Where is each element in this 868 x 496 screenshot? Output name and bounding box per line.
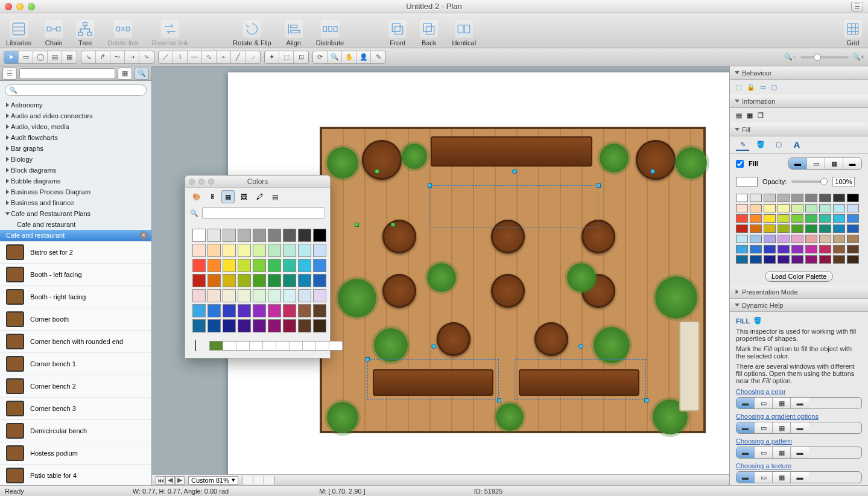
color-swatch[interactable] — [313, 244, 326, 257]
lib-category[interactable]: Audio, video, media — [0, 121, 151, 132]
behaviour-icon-4[interactable]: ▢ — [771, 83, 777, 91]
rotate-handle[interactable] — [512, 169, 517, 174]
colors-tab-sliders[interactable]: 🎚 — [206, 190, 219, 203]
page-next[interactable]: ▶ — [175, 476, 185, 485]
palette-swatch[interactable] — [805, 255, 817, 264]
palette-swatch[interactable] — [791, 235, 803, 243]
color-swatch[interactable] — [283, 229, 296, 242]
color-swatch[interactable] — [313, 274, 326, 287]
palette-swatch[interactable] — [764, 214, 776, 223]
rotate-handle[interactable] — [375, 169, 379, 174]
palette-swatch[interactable] — [819, 204, 831, 212]
table-round[interactable] — [382, 220, 416, 253]
palette-swatch[interactable] — [833, 214, 845, 223]
library-shape[interactable]: Demicircular bench — [0, 420, 151, 442]
rotate-handle[interactable] — [578, 344, 583, 349]
section-presentation[interactable]: Presentation Mode — [730, 285, 868, 299]
palette-swatch[interactable] — [819, 245, 831, 253]
palette-swatch[interactable] — [819, 224, 831, 233]
colors-tab-image[interactable]: 🖼 — [237, 190, 250, 203]
palette-swatch[interactable] — [750, 224, 762, 233]
color-swatch[interactable] — [207, 229, 221, 242]
palette-swatch[interactable] — [736, 214, 748, 223]
palette-swatch[interactable] — [764, 224, 776, 233]
zoom-slider[interactable] — [800, 56, 849, 59]
color-swatch[interactable] — [268, 259, 281, 272]
color-swatch[interactable] — [268, 304, 281, 317]
recent-swatch[interactable] — [210, 342, 223, 350]
section-dynamic-help[interactable]: Dynamic Help — [730, 299, 868, 312]
palette-swatch[interactable] — [819, 235, 831, 243]
tool-conn-1[interactable]: ↘ — [81, 51, 96, 63]
toolbar-tree[interactable]: Tree — [76, 20, 94, 46]
table-round[interactable] — [534, 322, 568, 356]
color-swatch[interactable] — [298, 304, 311, 317]
recent-swatch[interactable] — [303, 342, 316, 350]
palette-swatch[interactable] — [791, 204, 803, 212]
palette-swatch[interactable] — [805, 194, 817, 202]
recent-swatch[interactable] — [290, 342, 303, 350]
close-icon[interactable]: × — [139, 231, 148, 240]
tool-line-7[interactable]: ⟋ — [246, 51, 260, 63]
palette-swatch[interactable] — [847, 245, 859, 253]
tool-user[interactable]: 👤 — [356, 51, 371, 63]
palette-swatch[interactable] — [778, 255, 790, 264]
palette-swatch[interactable] — [833, 194, 845, 202]
palette-swatch[interactable] — [778, 204, 790, 212]
resize-handle[interactable] — [391, 223, 395, 227]
tool-text[interactable]: ▤ — [48, 51, 62, 63]
fill-tab-text[interactable]: A — [790, 139, 803, 151]
color-swatch[interactable] — [223, 274, 236, 287]
help-pill-seg[interactable]: ▬ — [791, 447, 809, 458]
color-swatch[interactable] — [253, 244, 266, 257]
palette-swatch[interactable] — [833, 204, 845, 212]
palette-swatch[interactable] — [778, 245, 790, 253]
tool-edit-1[interactable]: ✦ — [265, 51, 279, 63]
library-shape[interactable]: Corner booth — [0, 308, 151, 331]
tool-edit-2[interactable]: ⬚ — [279, 51, 294, 63]
color-swatch[interactable] — [207, 259, 221, 272]
resize-handle[interactable] — [355, 223, 359, 227]
section-behaviour[interactable]: Behaviour — [730, 66, 868, 80]
fill-checkbox[interactable] — [736, 160, 744, 168]
toolbar-rotate-flip[interactable]: Rotate & Flip — [233, 20, 271, 46]
palette-swatch[interactable] — [778, 214, 790, 223]
tool-line-5[interactable]: ⌁ — [217, 51, 231, 63]
lib-category[interactable]: Audit flowcharts — [0, 132, 151, 143]
color-swatch[interactable] — [207, 319, 221, 332]
library-shape[interactable]: Bistro set for 2 — [0, 241, 151, 264]
tool-edit-3[interactable]: ⊡ — [294, 51, 308, 63]
color-swatch[interactable] — [298, 319, 311, 332]
palette-swatch[interactable] — [833, 255, 845, 264]
palette-swatch[interactable] — [833, 235, 845, 243]
color-swatch[interactable] — [283, 259, 296, 272]
recent-swatch[interactable] — [250, 342, 263, 350]
help-pill-seg[interactable]: ▬ — [737, 472, 755, 483]
recent-swatch[interactable] — [263, 342, 276, 350]
palette-swatch[interactable] — [791, 255, 803, 264]
info-icon-3[interactable]: ❐ — [758, 112, 764, 119]
palette-swatch[interactable] — [805, 245, 817, 253]
color-swatch[interactable] — [223, 304, 236, 317]
palette-swatch[interactable] — [805, 214, 817, 223]
resize-handle[interactable] — [366, 357, 370, 361]
color-swatch[interactable] — [268, 289, 281, 302]
palette-swatch[interactable] — [750, 214, 762, 223]
fill-tab-shadow[interactable]: ▢ — [772, 139, 785, 151]
color-swatch[interactable] — [298, 289, 311, 302]
color-swatch[interactable] — [253, 319, 266, 332]
color-swatch[interactable] — [192, 304, 206, 317]
color-swatch[interactable] — [207, 289, 221, 302]
help-pill-seg[interactable]: ▦ — [773, 398, 791, 409]
toolbar-grid[interactable]: Grid — [844, 20, 862, 46]
color-swatch[interactable] — [192, 259, 206, 272]
color-swatch[interactable] — [238, 244, 251, 257]
palette-swatch[interactable] — [847, 194, 859, 202]
help-pill-seg[interactable]: ▬ — [737, 398, 755, 409]
table-round[interactable] — [636, 140, 676, 180]
lib-category[interactable]: Biology — [0, 154, 151, 165]
palette-swatch[interactable] — [736, 255, 748, 264]
color-swatch[interactable] — [313, 319, 326, 332]
resize-handle[interactable] — [597, 183, 601, 188]
palette-swatch[interactable] — [736, 224, 748, 233]
